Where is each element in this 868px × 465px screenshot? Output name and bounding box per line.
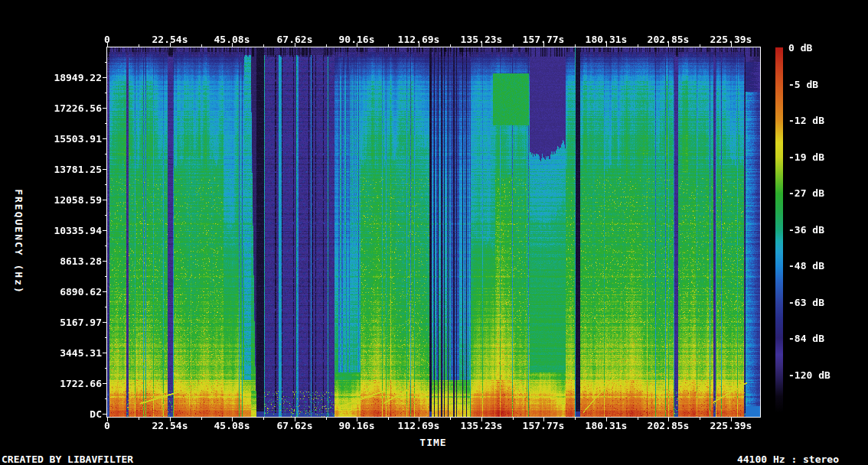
freq-tick-label: 3445.31 <box>42 347 102 359</box>
freq-major-tick <box>103 322 107 323</box>
freq-minor-tick <box>105 246 107 246</box>
created-by-text: CREATED BY LIBAVFILTER <box>2 454 133 465</box>
time-tick-label-top: 135.23s <box>451 34 512 45</box>
legend-db-label: -84 dB <box>788 333 824 344</box>
freq-minor-tick <box>105 307 107 307</box>
freq-minor-tick <box>105 62 107 63</box>
freq-major-tick <box>103 383 107 384</box>
time-tick-label-bottom: 67.62s <box>264 420 325 431</box>
legend-db-label: -27 dB <box>788 187 824 199</box>
freq-major-tick <box>103 200 107 200</box>
time-tick-label-bottom: 225.39s <box>700 420 762 431</box>
time-tick-label-bottom: 180.31s <box>576 420 637 431</box>
spectrogram-page: FREQUENCY (Hz) TIME CREATED BY LIBAVFILT… <box>0 0 868 465</box>
freq-major-tick <box>103 169 107 170</box>
legend-color-bar <box>775 47 783 413</box>
time-tick-label-top: 45.08s <box>201 34 263 45</box>
time-tick-label-top: 180.31s <box>576 34 637 45</box>
time-tick-label-bottom: 157.77s <box>513 420 574 431</box>
freq-major-tick <box>103 108 107 109</box>
freq-major-tick <box>103 353 107 353</box>
freq-tick-label: 10335.94 <box>42 225 102 236</box>
freq-major-tick <box>103 77 107 78</box>
legend-db-label: -19 dB <box>788 151 824 163</box>
freq-tick-label: 5167.97 <box>42 317 102 328</box>
legend-db-label: -36 dB <box>788 224 824 236</box>
freq-tick-label: DC <box>42 408 102 420</box>
time-tick-label-top: 22.54s <box>139 34 201 45</box>
legend-db-label: -120 dB <box>788 369 830 381</box>
time-tick-label-top: 67.62s <box>264 34 325 45</box>
freq-minor-tick <box>105 276 107 277</box>
freq-tick-label: 15503.91 <box>42 133 102 145</box>
freq-tick-label: 13781.25 <box>42 164 102 175</box>
time-tick-label-top: 157.77s <box>513 34 574 45</box>
freq-minor-tick <box>105 184 107 185</box>
time-tick-label-top: 0 <box>77 34 138 45</box>
legend-db-label: 0 dB <box>788 42 812 54</box>
time-tick-label-top: 90.16s <box>326 34 387 45</box>
freq-major-tick <box>103 261 107 262</box>
time-tick-label-top: 112.69s <box>388 34 449 45</box>
time-tick-label-bottom: 90.16s <box>326 420 387 431</box>
freq-minor-tick <box>105 337 107 338</box>
legend-db-label: -12 dB <box>788 115 824 126</box>
freq-major-tick <box>103 230 107 231</box>
freq-tick-label: 18949.22 <box>42 72 102 83</box>
frequency-axis-title: FREQUENCY (Hz) <box>13 189 24 294</box>
time-tick-label-bottom: 45.08s <box>201 420 263 431</box>
freq-minor-tick <box>105 398 107 399</box>
legend-db-label: -5 dB <box>788 79 818 90</box>
time-tick-label-bottom: 135.23s <box>451 420 512 431</box>
freq-major-tick <box>103 291 107 292</box>
time-tick-label-bottom: 112.69s <box>388 420 449 431</box>
legend-db-label: -63 dB <box>788 297 824 308</box>
time-tick-label-bottom: 22.54s <box>139 420 201 431</box>
freq-tick-label: 12058.59 <box>42 194 102 206</box>
freq-minor-tick <box>105 154 107 154</box>
time-tick-label-top: 225.39s <box>700 34 762 45</box>
freq-minor-tick <box>105 215 107 216</box>
freq-major-tick <box>103 138 107 139</box>
time-axis-title: TIME <box>403 437 464 448</box>
time-tick-label-bottom: 202.85s <box>638 420 699 431</box>
freq-minor-tick <box>105 368 107 369</box>
time-tick-label-top: 202.85s <box>638 34 699 45</box>
stream-info-text: 44100 Hz : stereo <box>737 454 839 465</box>
freq-minor-tick <box>105 123 107 124</box>
time-tick-label-bottom: 0 <box>77 420 138 431</box>
freq-major-tick <box>103 414 107 415</box>
freq-tick-label: 1722.66 <box>42 378 102 389</box>
legend-db-label: -48 dB <box>788 260 824 272</box>
freq-minor-tick <box>105 93 107 93</box>
freq-tick-label: 8613.28 <box>42 255 102 267</box>
plot-border <box>106 47 761 418</box>
freq-tick-label: 6890.62 <box>42 286 102 298</box>
freq-tick-label: 17226.56 <box>42 102 102 114</box>
